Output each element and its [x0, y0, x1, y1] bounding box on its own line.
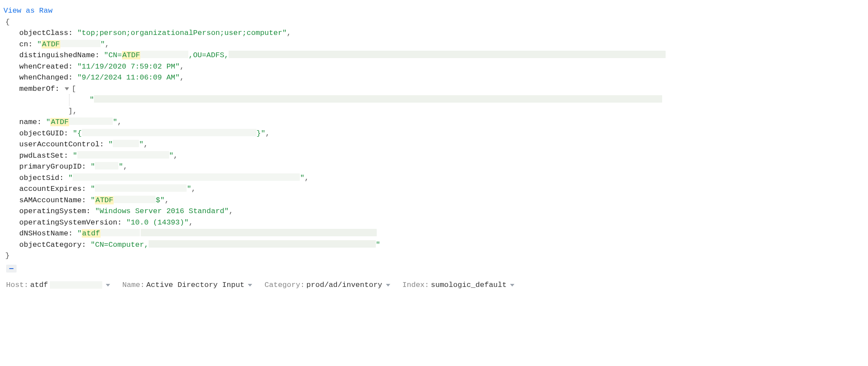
redacted-segment	[95, 162, 118, 169]
meta-category[interactable]: Category:prod/ad/inventory	[264, 280, 390, 291]
meta-category-value: prod/ad/inventory	[306, 280, 382, 291]
redacted-segment	[229, 51, 666, 58]
value-objectClass: top;person;organizationalPerson;user;com…	[82, 29, 282, 37]
guid-close: }	[257, 129, 261, 138]
redacted-segment	[140, 51, 188, 58]
value-cn-highlight: ATDF	[42, 40, 60, 48]
value-sam-suffix: $	[156, 196, 160, 204]
field-operatingSystemVersion: operatingSystemVersion: "10.0 (14393)",	[19, 217, 865, 228]
key-whenChanged: whenChanged	[19, 73, 68, 82]
field-pwdLastSet: pwdLastSet: "",	[19, 150, 865, 162]
redacted-segment	[60, 40, 101, 47]
key-whenCreated: whenCreated	[19, 62, 68, 71]
field-objectCategory: objectCategory: "CN=Computer,"	[19, 239, 865, 251]
field-accountExpires: accountExpires: "",	[19, 183, 865, 195]
value-objectCategory-prefix: CN=Computer,	[95, 241, 148, 249]
value-dn-highlight: ATDF	[122, 51, 141, 59]
field-objectGUID: objectGUID: "{}",	[19, 128, 865, 139]
guid-open: {	[77, 129, 82, 138]
meta-name-value: Active Directory Input	[146, 280, 244, 291]
redacted-segment	[114, 196, 156, 203]
value-operatingSystem: Windows Server 2016 Standard	[100, 207, 225, 215]
key-operatingSystem: operatingSystem	[19, 207, 86, 215]
key-name: name	[19, 118, 37, 126]
field-objectSid: objectSid: "",	[19, 173, 865, 184]
chevron-down-icon	[510, 284, 514, 287]
key-objectClass: objectClass	[19, 29, 68, 37]
meta-host-label: Host:	[6, 280, 28, 291]
key-sAMAccountName: sAMAccountName	[19, 196, 82, 204]
redacted-segment	[95, 184, 187, 192]
redacted-segment	[50, 281, 102, 289]
field-dNSHostName: dNSHostName: "atdf	[19, 228, 865, 239]
field-userAccountControl: userAccountControl: "",	[19, 139, 865, 150]
meta-name-label: Name:	[122, 280, 145, 291]
key-objectSid: objectSid	[19, 174, 59, 182]
array-open: [	[72, 83, 76, 95]
meta-host[interactable]: Host:atdf	[6, 280, 110, 291]
redacted-segment	[82, 129, 257, 136]
field-operatingSystem: operatingSystem: "Windows Server 2016 St…	[19, 206, 865, 217]
redacted-segment	[113, 140, 139, 147]
meta-host-value: atdf	[30, 280, 48, 291]
collapse-button[interactable]	[6, 265, 17, 273]
key-cn: cn	[19, 40, 28, 48]
key-objectGUID: objectGUID	[19, 129, 64, 138]
json-viewer: { objectClass: "top;person;organizationa…	[3, 17, 865, 262]
value-whenCreated: 11/19/2020 7:59:02 PM	[82, 62, 175, 71]
array-close: ],	[68, 106, 865, 117]
key-distinguishedName: distinguishedName	[19, 51, 95, 59]
key-objectCategory: objectCategory	[19, 241, 82, 249]
meta-index-label: Index:	[403, 280, 429, 291]
redacted-segment	[77, 151, 169, 159]
key-accountExpires: accountExpires	[19, 185, 82, 193]
meta-name[interactable]: Name:Active Directory Input	[122, 280, 252, 291]
chevron-down-icon	[386, 284, 390, 287]
redacted-segment	[149, 240, 376, 248]
redacted-segment	[73, 173, 300, 181]
memberOf-quote: "	[90, 96, 94, 104]
value-dn-mid: ,OU=ADFS,	[188, 51, 229, 59]
value-dns-highlight: atdf	[82, 229, 101, 238]
meta-index[interactable]: Index:sumologic_default	[403, 280, 515, 291]
memberOf-item: "	[69, 94, 865, 106]
meta-category-label: Category:	[264, 280, 305, 291]
redacted-segment	[141, 229, 377, 236]
field-distinguishedName: distinguishedName: "CN=ATDF,OU=ADFS,	[19, 50, 865, 61]
key-operatingSystemVersion: operatingSystemVersion	[19, 218, 117, 227]
key-dNSHostName: dNSHostName	[19, 229, 68, 238]
view-as-raw-link[interactable]: View as Raw	[3, 5, 865, 17]
chevron-down-icon	[106, 284, 110, 287]
metadata-bar: Host:atdf Name:Active Directory Input Ca…	[3, 277, 865, 296]
log-event-detail: View as Raw { objectClass: "top;person;o…	[0, 0, 868, 300]
key-userAccountControl: userAccountControl	[19, 140, 100, 148]
minus-icon	[9, 268, 14, 269]
field-whenChanged: whenChanged: "9/12/2024 11:06:09 AM",	[19, 72, 865, 83]
value-dn-prefix: CN=	[108, 51, 122, 59]
field-cn: cn: "ATDF",	[19, 39, 865, 50]
field-memberOf: memberOf: [	[19, 83, 865, 95]
value-sam-highlight: ATDF	[95, 196, 114, 204]
field-whenCreated: whenCreated: "11/19/2020 7:59:02 PM",	[19, 61, 865, 73]
array-close-text: ],	[68, 107, 77, 115]
redacted-segment	[69, 117, 113, 125]
key-memberOf: memberOf	[19, 83, 55, 95]
value-whenChanged: 9/12/2024 11:06:09 AM	[82, 73, 175, 82]
field-primaryGroupID: primaryGroupID: "",	[19, 161, 865, 173]
key-pwdLastSet: pwdLastSet	[19, 152, 64, 160]
collapse-toggle-icon[interactable]	[65, 87, 69, 90]
value-name-highlight: ATDF	[50, 118, 69, 126]
key-primaryGroupID: primaryGroupID	[19, 162, 82, 171]
field-objectClass: objectClass: "top;person;organizationalP…	[19, 28, 865, 39]
brace-close: }	[5, 252, 10, 260]
brace-open: {	[5, 18, 10, 26]
chevron-down-icon	[248, 284, 252, 287]
redacted-segment	[101, 229, 140, 236]
value-operatingSystemVersion: 10.0 (14393)	[131, 218, 184, 227]
field-sAMAccountName: sAMAccountName: "ATDF$",	[19, 195, 865, 206]
redacted-segment	[94, 95, 662, 103]
field-name: name: "ATDF",	[19, 117, 865, 128]
meta-index-value: sumologic_default	[431, 280, 507, 291]
